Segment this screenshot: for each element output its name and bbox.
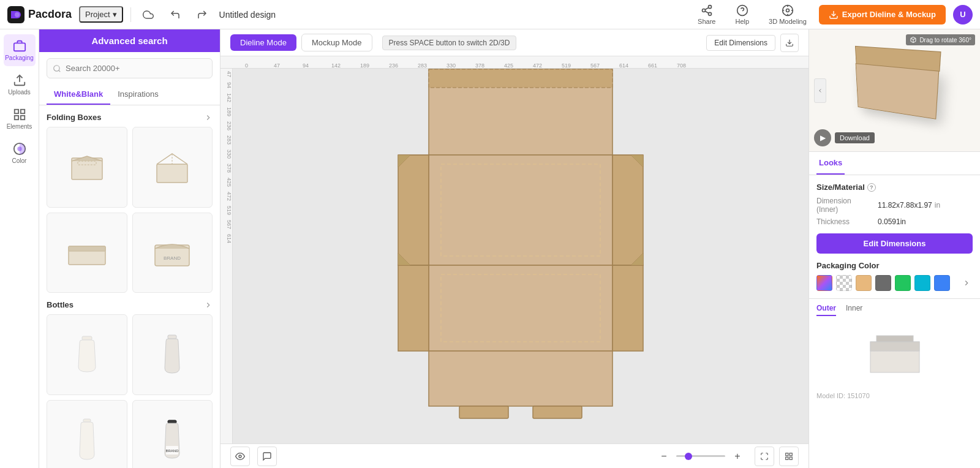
list-item[interactable] (47, 314, 127, 395)
chevron-right-icon-2 (204, 301, 213, 309)
canvas-area: Dieline Mode Mockup Mode Press SPACE but… (221, 29, 809, 468)
svg-rect-13 (14, 110, 18, 113)
project-button[interactable]: Project ▾ (79, 6, 123, 23)
search-input[interactable] (47, 58, 213, 78)
model-id: Model ID: 151070 (809, 390, 980, 402)
svg-rect-32 (168, 420, 176, 423)
sidebar-item-packaging[interactable]: Packaging (4, 34, 36, 66)
mockup-mode-button[interactable]: Mockup Mode (301, 34, 372, 51)
svg-line-20 (59, 70, 61, 72)
svg-rect-43 (612, 155, 643, 265)
thickness-value: 0.0591in (878, 217, 906, 226)
comment-icon-button[interactable] (257, 447, 277, 466)
space-hint: Press SPACE button to switch 2D/3D (382, 36, 517, 50)
tab-looks[interactable]: Looks (816, 152, 845, 175)
svg-point-9 (786, 9, 789, 12)
svg-text:BRAND: BRAND (166, 449, 179, 453)
svg-rect-44 (429, 265, 612, 351)
undo-button[interactable] (165, 5, 185, 25)
right-edit-dimensions-button[interactable]: Edit Dimensions (816, 233, 973, 254)
fit-screen-button[interactable] (755, 447, 774, 466)
list-item[interactable]: BRAND (132, 400, 213, 469)
sidebar-item-uploads[interactable]: Uploads (4, 69, 36, 100)
eye-icon-button[interactable] (230, 447, 250, 466)
svg-rect-31 (83, 419, 91, 422)
download-badge[interactable]: Download (835, 132, 875, 143)
color-swatch-teal[interactable] (914, 275, 930, 291)
svg-rect-63 (876, 336, 913, 342)
size-material-section: Size/Material ? Dimension(Inner) 11.82x7… (809, 175, 980, 261)
thickness-row: Thickness 0.0591in (816, 217, 973, 226)
svg-rect-16 (14, 116, 18, 119)
svg-point-18 (17, 146, 21, 151)
color-swatch-green[interactable] (895, 275, 911, 291)
sidebar-item-color[interactable]: Color (4, 137, 36, 169)
dieline-svg (392, 69, 649, 419)
zoom-out-button[interactable]: − (657, 449, 671, 464)
dimension-label: Dimension(Inner) (816, 197, 878, 214)
svg-rect-29 (82, 336, 92, 340)
grid-button[interactable] (779, 447, 799, 466)
svg-rect-23 (157, 164, 187, 183)
share-button[interactable]: Share (693, 2, 720, 28)
list-item[interactable] (47, 400, 127, 469)
svg-rect-57 (786, 453, 788, 455)
svg-rect-30 (168, 335, 176, 339)
color-swatch-tan[interactable] (856, 275, 872, 291)
looks-tab: Looks (809, 152, 980, 175)
search-icon (53, 64, 61, 73)
tab-white-blank[interactable]: White&Blank (47, 85, 110, 105)
panel-content: Folding Boxes (39, 105, 220, 468)
svg-rect-49 (533, 406, 582, 418)
preview-3d: Drag to rotate 360° ▶ Download (809, 29, 980, 152)
logo[interactable]: Pacdora (7, 6, 72, 23)
tab-inspirations[interactable]: Inspirations (110, 85, 165, 105)
3d-box-preview (840, 54, 950, 127)
3d-modeling-button[interactable]: 3D Modeling (764, 2, 812, 28)
svg-rect-21 (72, 158, 102, 179)
help-icon[interactable]: ? (867, 183, 876, 192)
list-item[interactable]: BRAND (132, 213, 213, 293)
folding-boxes-grid: BRAND (39, 127, 220, 293)
download-icon-button[interactable] (780, 34, 799, 52)
svg-rect-42 (398, 155, 429, 265)
color-swatch-gradient[interactable] (816, 275, 832, 291)
ruler-wrap: 0 47 94 142 189 236 283 330 378 425 472 … (221, 56, 809, 443)
list-item[interactable] (47, 127, 127, 208)
canvas-viewport[interactable] (233, 69, 809, 419)
cloud-icon[interactable] (138, 5, 158, 25)
model-preview-area (809, 319, 980, 390)
color-swatch-blue[interactable] (934, 275, 950, 291)
list-item[interactable] (47, 213, 127, 293)
export-button[interactable]: Export Dieline & Mockup (819, 5, 946, 25)
zoom-in-button[interactable]: + (730, 449, 745, 464)
svg-rect-59 (790, 457, 792, 459)
edit-dimensions-button[interactable]: Edit Dimensions (706, 35, 775, 51)
dieline-mode-button[interactable]: Dieline Mode (230, 34, 296, 51)
zoom-slider[interactable] (676, 455, 725, 457)
list-item[interactable] (132, 127, 213, 208)
avatar[interactable]: U (953, 5, 973, 25)
sidebar-item-elements[interactable]: Elements (4, 103, 36, 135)
advanced-search-header[interactable]: Advanced search (39, 29, 220, 52)
list-item[interactable] (132, 314, 213, 395)
help-button[interactable]: Help (730, 2, 754, 28)
color-expand-button[interactable] (960, 277, 973, 289)
expand-panel-button[interactable] (814, 78, 826, 103)
mini-model-svg (858, 323, 932, 385)
color-swatch-gray[interactable] (875, 275, 891, 291)
redo-button[interactable] (192, 5, 212, 25)
dimension-unit: in (935, 201, 940, 209)
category-folding-boxes[interactable]: Folding Boxes (39, 105, 220, 127)
category-bottles[interactable]: Bottles (39, 293, 220, 314)
ruler-vertical: 47 94 142 189 236 283 330 378 425 472 51… (221, 69, 233, 443)
svg-text:BRAND: BRAND (164, 255, 181, 261)
svg-line-5 (705, 11, 709, 13)
svg-rect-11 (13, 43, 24, 51)
tab-outer[interactable]: Outer (816, 304, 836, 316)
dimension-value: 11.82x7.88x1.97 (878, 201, 932, 209)
tab-inner[interactable]: Inner (846, 304, 862, 316)
play-button[interactable]: ▶ (814, 129, 831, 146)
svg-rect-45 (398, 265, 429, 351)
color-swatch-checker[interactable] (836, 275, 852, 291)
